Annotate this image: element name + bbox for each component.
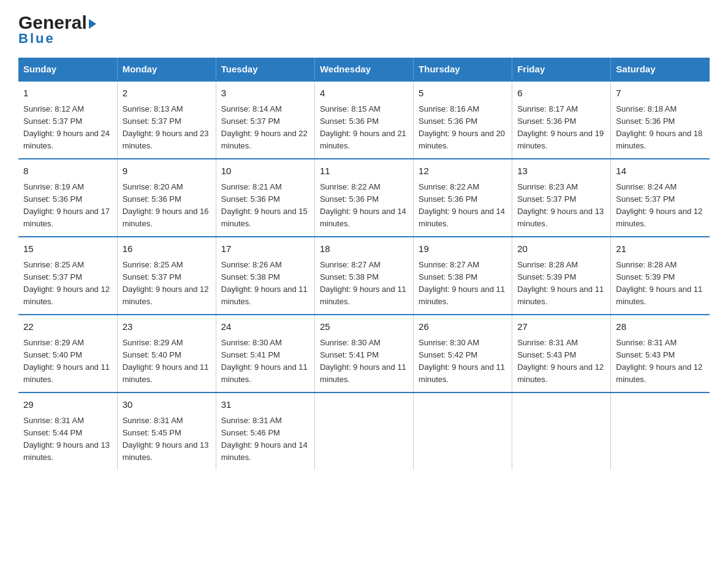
day-number: 30: [123, 398, 211, 412]
day-number: 2: [123, 86, 211, 101]
day-number: 15: [23, 242, 112, 256]
calendar-cell: 26 Sunrise: 8:30 AM Sunset: 5:42 PM Dayl…: [414, 315, 512, 393]
calendar-cell: 5 Sunrise: 8:16 AM Sunset: 5:36 PM Dayli…: [414, 81, 512, 159]
calendar-cell: 25 Sunrise: 8:30 AM Sunset: 5:41 PM Dayl…: [314, 315, 413, 393]
calendar-cell: 11 Sunrise: 8:22 AM Sunset: 5:36 PM Dayl…: [314, 159, 413, 237]
calendar-cell: 17 Sunrise: 8:26 AM Sunset: 5:38 PM Dayl…: [216, 237, 314, 315]
calendar-header-friday: Friday: [512, 58, 611, 81]
calendar-cell: 24 Sunrise: 8:30 AM Sunset: 5:41 PM Dayl…: [216, 315, 314, 393]
calendar-body: 1 Sunrise: 8:12 AM Sunset: 5:37 PM Dayli…: [18, 81, 710, 470]
day-info: Sunrise: 8:31 AM Sunset: 5:43 PM Dayligh…: [517, 337, 605, 386]
day-number: 17: [221, 242, 309, 256]
logo-triangle-icon: [89, 19, 96, 29]
day-number: 16: [123, 242, 211, 256]
day-info: Sunrise: 8:12 AM Sunset: 5:37 PM Dayligh…: [23, 103, 112, 153]
calendar-cell: 12 Sunrise: 8:22 AM Sunset: 5:36 PM Dayl…: [414, 159, 512, 237]
calendar-header-row: SundayMondayTuesdayWednesdayThursdayFrid…: [18, 58, 710, 81]
day-number: 25: [320, 320, 408, 334]
calendar-header-wednesday: Wednesday: [314, 58, 413, 81]
calendar-week-row: 1 Sunrise: 8:12 AM Sunset: 5:37 PM Dayli…: [18, 81, 710, 159]
calendar-cell: 15 Sunrise: 8:25 AM Sunset: 5:37 PM Dayl…: [18, 237, 117, 315]
day-number: 10: [221, 164, 309, 178]
calendar-cell: 21 Sunrise: 8:28 AM Sunset: 5:39 PM Dayl…: [611, 237, 710, 315]
calendar-cell: 10 Sunrise: 8:21 AM Sunset: 5:36 PM Dayl…: [216, 159, 314, 237]
day-info: Sunrise: 8:19 AM Sunset: 5:36 PM Dayligh…: [23, 181, 112, 231]
calendar-cell: 14 Sunrise: 8:24 AM Sunset: 5:37 PM Dayl…: [611, 159, 710, 237]
day-info: Sunrise: 8:27 AM Sunset: 5:38 PM Dayligh…: [320, 259, 408, 308]
page-header: General Blue: [18, 12, 710, 47]
day-number: 11: [320, 164, 408, 178]
calendar-header-thursday: Thursday: [414, 58, 512, 81]
day-info: Sunrise: 8:24 AM Sunset: 5:37 PM Dayligh…: [616, 181, 705, 231]
day-info: Sunrise: 8:30 AM Sunset: 5:41 PM Dayligh…: [320, 337, 408, 386]
day-info: Sunrise: 8:17 AM Sunset: 5:36 PM Dayligh…: [517, 103, 605, 153]
day-number: 20: [517, 242, 605, 256]
day-number: 19: [419, 242, 507, 256]
calendar-cell: 29 Sunrise: 8:31 AM Sunset: 5:44 PM Dayl…: [18, 393, 117, 470]
day-number: 12: [419, 164, 507, 178]
day-info: Sunrise: 8:28 AM Sunset: 5:39 PM Dayligh…: [517, 259, 605, 308]
day-info: Sunrise: 8:29 AM Sunset: 5:40 PM Dayligh…: [123, 337, 211, 386]
day-number: 4: [320, 86, 408, 101]
calendar-cell: 20 Sunrise: 8:28 AM Sunset: 5:39 PM Dayl…: [512, 237, 611, 315]
day-info: Sunrise: 8:26 AM Sunset: 5:38 PM Dayligh…: [221, 259, 309, 308]
calendar-header-monday: Monday: [117, 58, 216, 81]
day-number: 18: [320, 242, 408, 256]
day-info: Sunrise: 8:18 AM Sunset: 5:36 PM Dayligh…: [616, 103, 705, 153]
day-number: 8: [23, 164, 112, 178]
calendar-cell: 9 Sunrise: 8:20 AM Sunset: 5:36 PM Dayli…: [117, 159, 216, 237]
day-info: Sunrise: 8:30 AM Sunset: 5:41 PM Dayligh…: [221, 337, 309, 386]
day-info: Sunrise: 8:25 AM Sunset: 5:37 PM Dayligh…: [123, 259, 211, 308]
calendar-cell: 27 Sunrise: 8:31 AM Sunset: 5:43 PM Dayl…: [512, 315, 611, 393]
calendar-cell: 22 Sunrise: 8:29 AM Sunset: 5:40 PM Dayl…: [18, 315, 117, 393]
day-number: 14: [616, 164, 705, 178]
day-info: Sunrise: 8:21 AM Sunset: 5:36 PM Dayligh…: [221, 181, 309, 231]
logo-blue: Blue: [18, 31, 55, 47]
day-info: Sunrise: 8:30 AM Sunset: 5:42 PM Dayligh…: [419, 337, 507, 386]
calendar-week-row: 15 Sunrise: 8:25 AM Sunset: 5:37 PM Dayl…: [18, 237, 710, 315]
calendar-cell: 23 Sunrise: 8:29 AM Sunset: 5:40 PM Dayl…: [117, 315, 216, 393]
logo-general: General: [18, 12, 87, 33]
day-number: 1: [23, 86, 112, 101]
day-number: 3: [221, 86, 309, 101]
day-number: 5: [419, 86, 507, 101]
calendar-cell: 6 Sunrise: 8:17 AM Sunset: 5:36 PM Dayli…: [512, 81, 611, 159]
day-info: Sunrise: 8:31 AM Sunset: 5:43 PM Dayligh…: [616, 337, 705, 386]
day-number: 9: [123, 164, 211, 178]
calendar-cell: 7 Sunrise: 8:18 AM Sunset: 5:36 PM Dayli…: [611, 81, 710, 159]
calendar-cell: 2 Sunrise: 8:13 AM Sunset: 5:37 PM Dayli…: [117, 81, 216, 159]
calendar-header-saturday: Saturday: [611, 58, 710, 81]
day-number: 26: [419, 320, 507, 334]
calendar-cell: 1 Sunrise: 8:12 AM Sunset: 5:37 PM Dayli…: [18, 81, 117, 159]
day-info: Sunrise: 8:14 AM Sunset: 5:37 PM Dayligh…: [221, 103, 309, 153]
day-number: 13: [517, 164, 605, 178]
logo: General Blue: [18, 12, 96, 47]
day-number: 29: [23, 398, 112, 412]
day-number: 6: [517, 86, 605, 101]
day-info: Sunrise: 8:31 AM Sunset: 5:45 PM Dayligh…: [123, 415, 211, 464]
day-info: Sunrise: 8:31 AM Sunset: 5:46 PM Dayligh…: [221, 415, 309, 464]
day-info: Sunrise: 8:27 AM Sunset: 5:38 PM Dayligh…: [419, 259, 507, 308]
calendar-header-tuesday: Tuesday: [216, 58, 314, 81]
calendar-cell: [512, 393, 611, 470]
day-info: Sunrise: 8:23 AM Sunset: 5:37 PM Dayligh…: [517, 181, 605, 231]
calendar-cell: 19 Sunrise: 8:27 AM Sunset: 5:38 PM Dayl…: [414, 237, 512, 315]
day-number: 7: [616, 86, 705, 101]
day-number: 22: [23, 320, 112, 334]
calendar-cell: 13 Sunrise: 8:23 AM Sunset: 5:37 PM Dayl…: [512, 159, 611, 237]
day-number: 31: [221, 398, 309, 412]
day-info: Sunrise: 8:20 AM Sunset: 5:36 PM Dayligh…: [123, 181, 211, 231]
calendar-cell: 3 Sunrise: 8:14 AM Sunset: 5:37 PM Dayli…: [216, 81, 314, 159]
calendar-cell: [314, 393, 413, 470]
calendar-cell: [611, 393, 710, 470]
calendar-table: SundayMondayTuesdayWednesdayThursdayFrid…: [18, 58, 710, 470]
day-number: 24: [221, 320, 309, 334]
day-number: 23: [123, 320, 211, 334]
day-info: Sunrise: 8:22 AM Sunset: 5:36 PM Dayligh…: [419, 181, 507, 231]
day-number: 21: [616, 242, 705, 256]
day-info: Sunrise: 8:15 AM Sunset: 5:36 PM Dayligh…: [320, 103, 408, 153]
calendar-week-row: 29 Sunrise: 8:31 AM Sunset: 5:44 PM Dayl…: [18, 393, 710, 470]
calendar-cell: 31 Sunrise: 8:31 AM Sunset: 5:46 PM Dayl…: [216, 393, 314, 470]
day-info: Sunrise: 8:16 AM Sunset: 5:36 PM Dayligh…: [419, 103, 507, 153]
day-info: Sunrise: 8:28 AM Sunset: 5:39 PM Dayligh…: [616, 259, 705, 308]
